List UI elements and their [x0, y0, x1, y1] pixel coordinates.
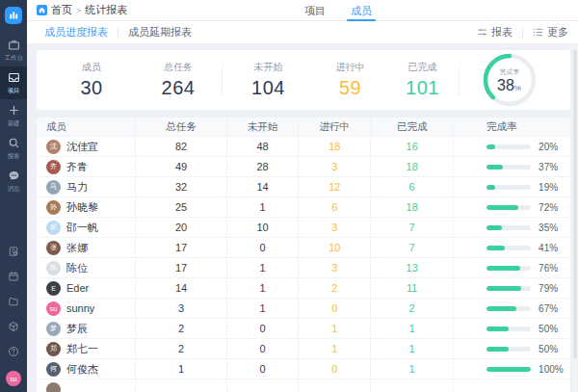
cell-total: 14 [135, 278, 225, 298]
subtab-member-progress[interactable]: 成员进度报表 [44, 25, 108, 39]
cell-not-started: 1 [226, 197, 299, 217]
table-row[interactable]: 陈 陈位 17 1 3 13 76% [37, 258, 570, 278]
toolbar-actions: 报表 更多 [477, 25, 568, 39]
report-view-button[interactable]: 报表 [477, 25, 512, 39]
progress-bar [486, 306, 531, 311]
cube-icon[interactable] [8, 315, 19, 340]
help-icon[interactable] [8, 340, 19, 365]
workbench-icon [8, 39, 20, 51]
member-avatar: 马 [46, 180, 61, 195]
tab-projects[interactable]: 项目 [304, 0, 326, 21]
rate-label: 20% [539, 142, 558, 152]
cell-not-started: 1 [226, 278, 299, 298]
column-header-total: 总任务 [135, 118, 225, 136]
cell-in-progress: 3 [298, 157, 370, 176]
rate-label: 76% [539, 263, 558, 274]
sidebar-item-new[interactable]: 新建 [0, 99, 27, 132]
gauge-label: 完成率 [499, 66, 518, 75]
table-row[interactable]: 张 张娜 17 0 10 7 41% [37, 238, 570, 258]
cell-in-progress [298, 379, 370, 392]
calendar-icon[interactable] [8, 265, 19, 290]
toolbar: 成员进度报表 成员延期报表 报表 更多 [27, 21, 578, 44]
member-name: 马力 [66, 180, 88, 195]
view-tabs: 项目 成员 [304, 0, 372, 21]
column-header-not-started: 未开始 [226, 118, 299, 136]
content-area: 成员 30 总任务 264 未开始 104 进行中 59 已完成 [27, 44, 578, 392]
cell-completed: 1 [370, 359, 453, 379]
cell-total: 20 [135, 218, 225, 237]
table-row[interactable]: E Eder 14 1 2 11 79% [37, 278, 570, 299]
rate-label: 37% [539, 162, 558, 172]
table-row[interactable]: 马 马力 32 14 12 6 19% [37, 177, 570, 197]
cell-not-started: 0 [226, 319, 299, 338]
rate-label: 100% [539, 364, 564, 375]
stat-in-progress: 进行中 59 [314, 61, 386, 99]
rate-label: 67% [539, 303, 558, 314]
member-name: 梦辰 [66, 322, 88, 336]
more-button[interactable]: 更多 [533, 25, 568, 39]
projects-icon [8, 71, 20, 84]
breadcrumb-home[interactable]: 首页 [51, 3, 72, 17]
table-row[interactable]: 孙 孙晓黎 25 1 6 18 72% [37, 197, 570, 218]
subtab-member-delay[interactable]: 成员延期报表 [128, 25, 192, 39]
sidebar-item-search[interactable]: 搜索 [0, 132, 27, 165]
cell-not-started: 10 [226, 218, 299, 237]
member-name: 邵一帆 [66, 221, 98, 235]
table-row[interactable]: 郑 郑七一 2 0 1 1 50% [37, 339, 570, 359]
member-avatar: E [46, 281, 61, 296]
cell-not-started: 0 [226, 238, 299, 257]
table-row[interactable] [37, 379, 570, 392]
stat-not-started: 未开始 104 [223, 61, 314, 99]
scrollbar-thumb[interactable] [573, 50, 577, 358]
folder-icon[interactable] [8, 290, 19, 315]
cell-in-progress: 3 [298, 258, 370, 277]
home-icon[interactable] [37, 5, 47, 15]
cell-total: 3 [135, 299, 225, 318]
sidebar-item-label: 消息 [8, 185, 20, 194]
table-row[interactable]: 邵 邵一帆 20 10 3 7 35% [37, 218, 570, 238]
member-name: 张娜 [66, 241, 88, 255]
app-logo-icon[interactable] [5, 7, 22, 24]
progress-bar [486, 205, 531, 210]
progress-bar [486, 286, 531, 291]
stat-completed: 已完成 101 [386, 61, 459, 99]
gauge-unit: % [514, 84, 521, 92]
scrollbar-track[interactable] [572, 44, 578, 392]
sidebar-item-projects[interactable]: 项目 [0, 66, 27, 99]
rate-label: 35% [539, 222, 558, 233]
rate-label: 50% [539, 344, 558, 354]
table-row[interactable]: 齐 齐青 49 28 3 18 37% [37, 157, 570, 177]
table-row[interactable]: 梦 梦辰 2 0 1 1 50% [37, 319, 570, 339]
cell-in-progress: 10 [298, 238, 370, 257]
cell-total: 2 [135, 319, 225, 338]
member-name: 齐青 [66, 160, 88, 174]
user-avatar[interactable]: su [6, 371, 21, 386]
main-area: 首页 > 统计报表 项目 成员 成员进度报表 成员延期报表 报表 [27, 0, 578, 392]
cell-completed: 16 [370, 137, 453, 156]
member-avatar: 邵 [46, 221, 61, 235]
sidebar-item-messages[interactable]: 消息 [0, 165, 27, 197]
divider [118, 28, 118, 38]
cell-in-progress: 12 [298, 177, 370, 196]
progress-bar [486, 367, 531, 372]
sidebar-item-label: 项目 [8, 87, 20, 95]
report-icon[interactable] [8, 240, 19, 265]
table-row[interactable]: 沈 沈佳宜 82 48 18 16 20% [37, 137, 570, 157]
report-subtabs: 成员进度报表 成员延期报表 [44, 25, 192, 39]
rate-label: 72% [539, 202, 558, 213]
table-row[interactable]: su sunny 3 1 0 2 67% [37, 299, 570, 319]
sidebar-item-label: 新建 [8, 119, 20, 128]
rate-label: 41% [539, 243, 558, 253]
cell-completed: 7 [370, 218, 453, 237]
column-header-in-progress: 进行中 [298, 118, 370, 136]
cell-total: 17 [135, 258, 225, 277]
table-row[interactable]: 何 何俊杰 1 0 0 1 100% [37, 359, 570, 379]
progress-bar [486, 144, 531, 149]
member-name: 沈佳宜 [66, 140, 98, 154]
divider [522, 28, 523, 38]
sidebar-item-workbench[interactable]: 工作台 [0, 34, 27, 66]
sidebar-item-label: 搜索 [8, 152, 20, 161]
tab-members[interactable]: 成员 [351, 0, 372, 21]
member-avatar: 孙 [46, 200, 61, 215]
cell-completed: 1 [370, 319, 453, 338]
